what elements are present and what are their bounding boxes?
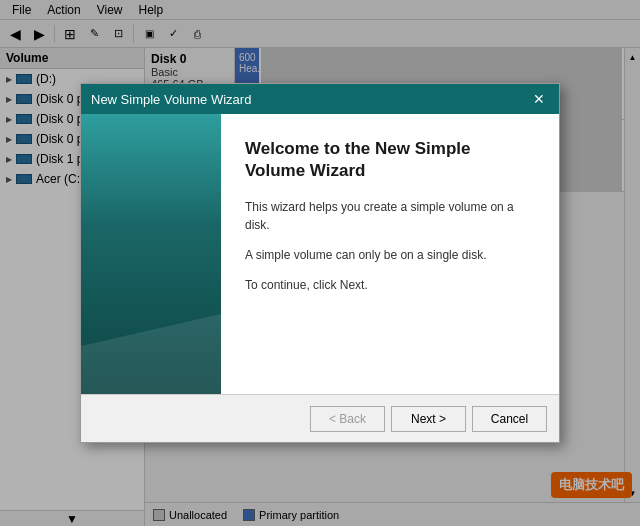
wizard-para2: A simple volume can only be on a single …	[245, 246, 535, 264]
wizard-left-panel	[81, 114, 221, 394]
wizard-para3: To continue, click Next.	[245, 276, 535, 294]
wizard-close-button[interactable]: ✕	[529, 89, 549, 109]
modal-overlay: New Simple Volume Wizard ✕ Welcome to th…	[0, 0, 640, 526]
wizard-cancel-button[interactable]: Cancel	[472, 406, 547, 432]
wizard-next-button[interactable]: Next >	[391, 406, 466, 432]
wizard-heading: Welcome to the New Simple Volume Wizard	[245, 138, 535, 182]
wizard-right-panel: Welcome to the New Simple Volume Wizard …	[221, 114, 559, 394]
wizard-dialog: New Simple Volume Wizard ✕ Welcome to th…	[80, 83, 560, 443]
wizard-title: New Simple Volume Wizard	[91, 92, 251, 107]
wizard-title-bar: New Simple Volume Wizard ✕	[81, 84, 559, 114]
wizard-left-decoration	[81, 314, 221, 394]
wizard-footer: < Back Next > Cancel	[81, 394, 559, 442]
wizard-body: Welcome to the New Simple Volume Wizard …	[81, 114, 559, 394]
wizard-para1: This wizard helps you create a simple vo…	[245, 198, 535, 234]
wizard-back-button[interactable]: < Back	[310, 406, 385, 432]
